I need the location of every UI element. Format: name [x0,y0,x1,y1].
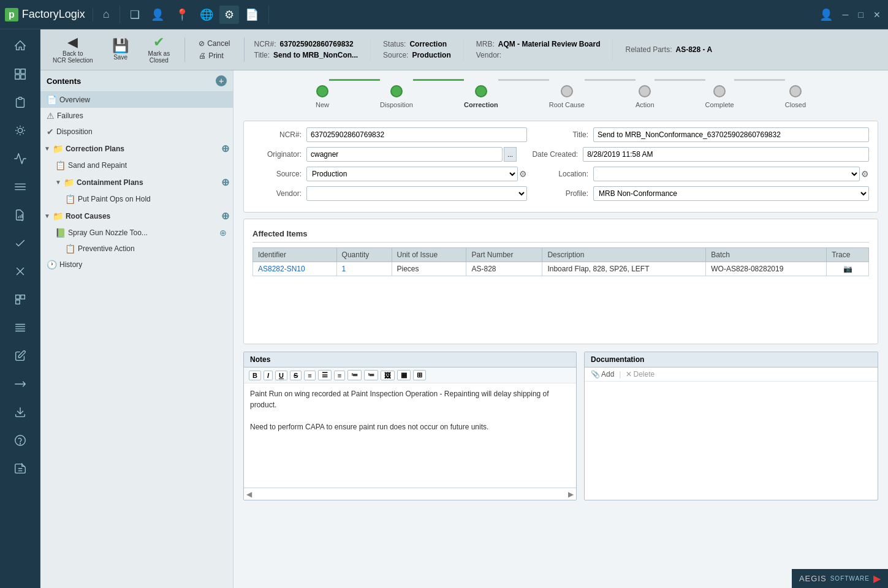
cell-identifier[interactable]: AS8282-SN10 [253,262,337,276]
sidebar-checklist[interactable] [3,230,37,257]
step-correction[interactable]: Correction [464,85,498,108]
step-complete[interactable]: Complete [705,85,734,108]
nav-failures[interactable]: ⚠ Failures [40,108,233,124]
profile-select[interactable]: MRB Non-Conformance [593,186,869,201]
containment-add-icon[interactable]: ⊕ [221,176,229,188]
notes-content[interactable]: Paint Run on wing recorded at Paint Insp… [244,383,576,469]
nav-preventive-action[interactable]: 📋 Preventive Action [40,241,233,257]
save-button[interactable]: 💾 Save [105,37,136,63]
cell-quantity[interactable]: 1 [336,262,392,276]
nav-put-paint-hold[interactable]: 📋 Put Paint Ops on Hold [40,191,233,207]
step-root-cause[interactable]: Root Cause [549,85,585,108]
image-btn[interactable]: 🖼 [381,371,395,380]
ncr-field-input[interactable] [306,127,527,142]
correction-plans-add-icon[interactable]: ⊕ [221,143,229,154]
sidebar-help[interactable] [3,427,37,454]
document-icon[interactable]: 📄 [240,6,264,24]
step-closed[interactable]: Closed [785,85,806,108]
strikethrough-btn[interactable]: S [290,371,302,380]
nav-containment-plans-header[interactable]: ▼ 📁 Containment Plans ⊕ [40,173,233,191]
location-icon[interactable]: 📍 [170,6,194,24]
globe-icon[interactable]: 🌐 [195,6,218,24]
sidebar-inventory[interactable] [3,173,37,200]
svg-rect-1 [20,69,25,74]
grid-btn[interactable]: ⊞ [413,370,426,380]
align-left-btn[interactable]: ≡ [304,371,315,380]
sidebar-arrow[interactable] [3,371,37,398]
sidebar-home[interactable] [3,32,37,59]
step-new[interactable]: New [316,85,329,108]
table-row[interactable]: AS8282-SN10 1 Pieces AS-828 Inboard Flap… [253,262,869,276]
ncr-title-label: Title: [254,51,270,59]
step-dot-new [316,85,328,97]
nav-history[interactable]: 🕐 History [40,257,233,273]
sidebar-notes[interactable] [3,342,37,369]
sidebar-list[interactable] [3,314,37,341]
table-btn[interactable]: ▦ [397,370,411,380]
italic-btn[interactable]: I [264,371,273,380]
back-button[interactable]: ◀ Back to NCR Selection [48,33,98,66]
ncr-mrb-value: AQM - Material Review Board [498,40,601,48]
sidebar-parts[interactable] [3,286,37,313]
cancel-label: Cancel [207,39,230,48]
gear-icon[interactable]: ⚙ [219,6,239,24]
maximize-icon[interactable]: □ [856,7,866,22]
source-select[interactable]: Production [306,167,518,181]
originator-browse-btn[interactable]: ... [504,147,517,162]
sidebar-x-check[interactable] [3,258,37,285]
cell-trace[interactable]: 📷 [827,262,869,276]
contents-add-button[interactable]: + [216,75,227,86]
align-right-btn[interactable]: ≡ [334,371,345,380]
location-gear-icon[interactable]: ⚙ [861,169,869,179]
vendor-select-group [306,186,527,201]
nav-spray-gun[interactable]: 📗 Spray Gun Nozzle Too... ⊕ [40,225,233,241]
nav-root-causes-header[interactable]: ▼ 📁 Root Causes ⊕ [40,207,233,225]
sidebar-dashboard[interactable] [3,61,37,88]
list-ul-btn[interactable]: ≔ [347,370,362,380]
sidebar-news[interactable] [3,455,37,482]
minimize-icon[interactable]: ─ [840,7,851,22]
underline-btn[interactable]: U [275,371,287,380]
bold-btn[interactable]: B [249,371,261,380]
people-icon[interactable]: 👤 [146,6,169,24]
source-gear-icon[interactable]: ⚙ [519,169,527,179]
step-disposition[interactable]: Disposition [380,85,413,108]
location-select[interactable] [593,167,860,181]
doc-delete-btn[interactable]: ✕ Delete [626,370,655,379]
spray-gun-add-icon[interactable]: ⊕ [219,228,227,238]
nav-correction-plans-header[interactable]: ▼ 📁 Correction Plans ⊕ [40,140,233,157]
add-icon: 📎 [591,370,600,379]
originator-input[interactable] [306,147,503,162]
scroll-left-icon[interactable]: ◀ [246,490,252,499]
ncr-field-label: NCR#: [252,130,302,139]
align-center-btn[interactable]: ☰ [318,370,332,380]
sidebar-download[interactable] [3,399,37,426]
sidebar-reports[interactable] [3,202,37,228]
sidebar-qr[interactable] [3,117,37,144]
nav-disposition[interactable]: ✔ Disposition [40,124,233,140]
home-icon[interactable]: ⌂ [98,6,115,23]
scroll-right-icon[interactable]: ▶ [568,490,574,499]
pages-icon[interactable]: ❑ [125,6,145,24]
ncr-related-parts-block: Related Parts: AS-828 - A [625,45,712,54]
sidebar-orders[interactable] [3,89,37,116]
nav-overview[interactable]: 📄 Overview [40,92,233,108]
user-icon[interactable]: 👤 [817,6,835,24]
sidebar-analytics[interactable] [3,145,37,172]
step-action[interactable]: Action [636,85,655,108]
doc-add-btn[interactable]: 📎 Add [591,370,614,379]
date-created-input[interactable] [583,147,869,162]
title-field-input[interactable] [593,127,869,142]
module-icons: ❑ 👤 📍 🌐 ⚙ 📄 [120,6,269,24]
nav-sand-repaint[interactable]: 📋 Sand and Repaint [40,157,233,173]
spray-gun-icon: 📗 [55,228,66,238]
root-causes-add-icon[interactable]: ⊕ [221,210,229,222]
list-ol-btn[interactable]: ≔ [364,370,378,380]
mark-closed-button[interactable]: ✔ Mark as Closed [143,33,175,66]
doc-header: Documentation [585,352,878,368]
close-icon[interactable]: ✕ [871,7,883,22]
failures-icon: ⚠ [47,111,55,121]
print-button[interactable]: 🖨 Print [195,50,233,61]
vendor-select[interactable] [306,186,527,201]
cancel-button[interactable]: ⊘ Cancel [195,38,233,49]
